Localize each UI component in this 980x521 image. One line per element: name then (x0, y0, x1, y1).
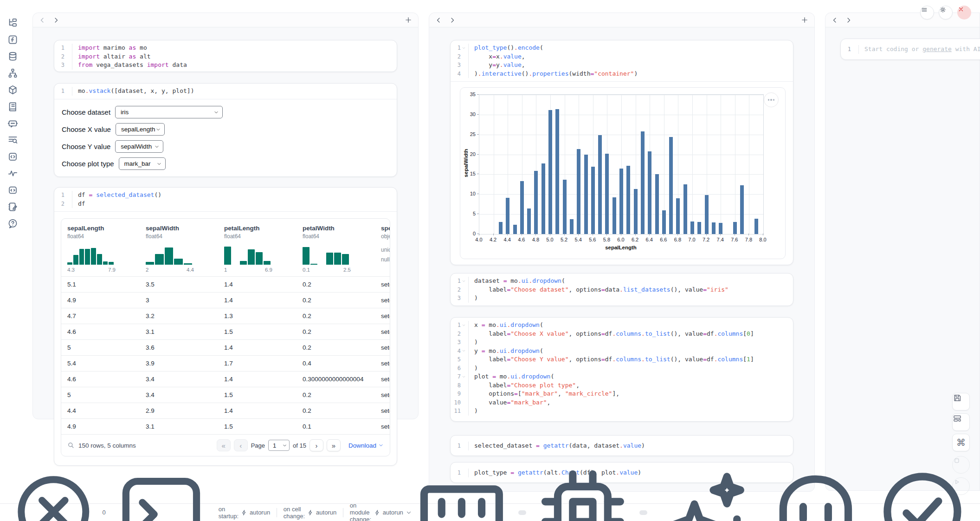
table-cell: 3.9 (140, 360, 218, 367)
column-next-icon[interactable] (449, 17, 456, 24)
x-value-select[interactable]: sepalLength (116, 123, 165, 136)
table-row[interactable]: 4.63.11.50.2setosa (61, 324, 390, 339)
datasources-icon[interactable] (7, 51, 18, 62)
code-line: 11) (451, 407, 793, 416)
table-row[interactable]: 5.43.91.70.4setosa (61, 355, 390, 371)
terminal-button[interactable] (114, 465, 208, 521)
plot-type-select[interactable]: mark_bar (119, 157, 166, 170)
prev-page-button[interactable]: ‹ (234, 439, 248, 451)
download-button[interactable]: Download (348, 442, 384, 449)
dependency-graph-icon[interactable] (7, 68, 18, 78)
line-number: 3 (458, 294, 461, 303)
table-cell: 4.4 (61, 407, 140, 414)
add-cell-icon[interactable] (801, 16, 808, 24)
column-header-petalWidth[interactable]: petalWidthfloat640.12.5 (297, 225, 375, 273)
search-icon[interactable] (67, 442, 75, 449)
chart-bar (542, 163, 545, 234)
cell-scratch-empty[interactable]: 1 Start coding or generate with AI (840, 39, 980, 60)
code-line: 2 label="Choose dataset", options=data.l… (451, 286, 793, 294)
last-page-button[interactable]: » (327, 439, 341, 451)
add-cell-icon[interactable] (405, 16, 412, 24)
connection-status-icon[interactable] (872, 462, 973, 521)
close-panel-button[interactable] (957, 6, 971, 20)
chart-bar (534, 171, 538, 234)
cell-dataset-dropdown[interactable]: 1dataset = mo.ui.dropdown(2 label="Choos… (450, 273, 793, 306)
column-next-icon[interactable] (52, 17, 59, 24)
column-header-petalLength[interactable]: petalLengthfloat6416.9 (218, 225, 297, 273)
column-prev-icon[interactable] (39, 17, 46, 24)
table-cell: 4.9 (61, 297, 140, 304)
layout-button[interactable] (952, 413, 970, 431)
table-cell: 0.2 (297, 313, 375, 319)
chart-bar (740, 185, 744, 234)
chat-icon[interactable] (7, 118, 18, 129)
cell-selected-dataset[interactable]: 1selected_dataset = getattr(data, datase… (450, 435, 793, 456)
cell-vstack[interactable]: 1mo.vstack([dataset, x, y, plot])Choose … (54, 83, 397, 177)
column-prev-icon[interactable] (832, 17, 838, 24)
scratch-panel-header (825, 13, 980, 27)
help-icon[interactable] (7, 218, 18, 229)
table-row[interactable]: 4.93.11.50.1setosa (61, 418, 390, 434)
generate-with-ai-link[interactable]: generate (922, 46, 952, 52)
column-header-sepalLength[interactable]: sepalLengthfloat644.37.9 (61, 225, 140, 273)
snippets-icon[interactable] (7, 151, 18, 162)
line-number: 5 (458, 355, 461, 364)
variables-icon[interactable] (7, 34, 18, 45)
table-row[interactable]: 53.61.40.2setosa (61, 339, 390, 355)
logs-icon[interactable] (7, 135, 18, 145)
y-value-select[interactable]: sepalWidth (115, 140, 163, 153)
outputs-icon[interactable] (7, 185, 18, 195)
chart-actions-button[interactable] (764, 92, 779, 107)
menu-button[interactable] (920, 6, 934, 20)
chart-bar (719, 223, 722, 234)
documentation-icon[interactable] (7, 101, 18, 112)
next-page-button[interactable]: › (309, 439, 323, 451)
copilot-icon[interactable] (766, 462, 866, 521)
run-mode-2[interactable]: on cell change:autorun (284, 506, 336, 520)
fold-toggle-icon[interactable] (462, 279, 466, 283)
table-cell: 0.2 (297, 391, 375, 398)
altair-chart[interactable]: 051015202530354.04.24.44.64.85.05.25.45.… (460, 87, 786, 259)
column-next-icon[interactable] (845, 17, 852, 24)
table-row[interactable]: 4.42.91.40.2setosa (61, 403, 390, 418)
cell-dataframe[interactable]: 1df = selected_dataset()2dfsepalLengthfl… (54, 187, 397, 466)
file-explorer-icon[interactable] (7, 18, 18, 28)
chart-bar (733, 222, 737, 234)
line-number: 2 (61, 52, 64, 61)
cell-plot[interactable]: 1plot_type().encode(2 x=x.value,3 y=y.va… (450, 40, 793, 265)
column-prev-icon[interactable] (435, 17, 442, 24)
first-page-button[interactable]: « (217, 439, 231, 451)
keyboard-shortcuts-button[interactable]: ⌘ (952, 434, 970, 451)
run-mode-3[interactable]: on module change:autorun (350, 502, 412, 521)
table-row[interactable]: 5.13.51.40.2setosa (61, 276, 390, 292)
scratchpad-icon[interactable] (7, 202, 18, 212)
fold-toggle-icon[interactable] (462, 323, 466, 327)
ai-sparkle-icon[interactable] (659, 462, 760, 521)
chart-bar (754, 219, 758, 234)
save-button[interactable] (952, 393, 970, 410)
settings-button[interactable] (939, 6, 953, 20)
fold-toggle-icon[interactable] (462, 349, 466, 353)
packages-icon[interactable] (7, 85, 18, 95)
table-row[interactable]: 4.931.40.2setosa (61, 292, 390, 308)
table-cell: 3.2 (140, 313, 218, 319)
page-select[interactable]: 1 (268, 440, 290, 451)
cpu-icon (533, 462, 633, 521)
tracing-icon[interactable] (7, 168, 18, 179)
table-row[interactable]: 53.41.50.2setosa (61, 387, 390, 403)
run-mode-1[interactable]: on startup:autorun (219, 506, 270, 520)
cell-imports[interactable]: 1import marimo as mo2import altair as al… (54, 40, 397, 72)
table-cell: 0.2 (297, 407, 375, 414)
column-header-species[interactable]: speciesobjectunique:nulls: (375, 225, 390, 273)
line-number: 1 (61, 44, 64, 52)
cell-xy-plot-dropdowns[interactable]: 1x = mo.ui.dropdown(2 label="Choose X va… (450, 317, 793, 422)
fold-toggle-icon[interactable] (462, 46, 466, 50)
status-bar: 0 on startup:autorunon cell change:autor… (0, 503, 980, 521)
bolt-icon (241, 509, 247, 516)
fold-toggle-icon[interactable] (462, 375, 466, 379)
table-row[interactable]: 4.73.21.30.2setosa (61, 308, 390, 324)
column-header-sepalWidth[interactable]: sepalWidthfloat6424.4 (140, 225, 218, 273)
error-indicator[interactable]: 0 (7, 466, 106, 521)
dataset-select[interactable]: iris (115, 106, 223, 118)
table-row[interactable]: 4.63.41.40.3000000000000004setosa (61, 371, 390, 387)
